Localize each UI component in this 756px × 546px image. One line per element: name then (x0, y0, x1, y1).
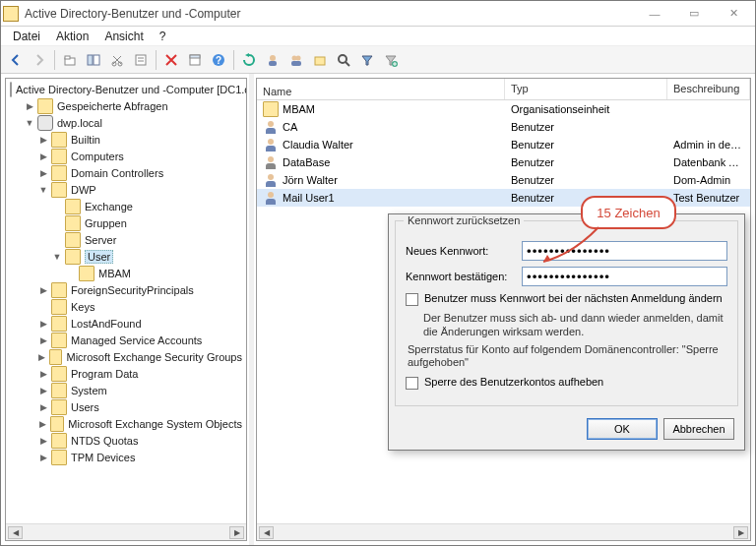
filter-button[interactable] (356, 49, 378, 71)
tree-item-label: Program Data (71, 368, 138, 380)
list-item[interactable]: CABenutzer (257, 118, 750, 136)
vertical-splitter[interactable] (249, 74, 254, 545)
chevron-down-icon[interactable]: ▼ (24, 117, 35, 129)
list-header: Name Typ Beschreibung (257, 79, 750, 100)
tree-scrollbar-horizontal[interactable]: ◀ ▶ (6, 523, 246, 540)
scroll-left-button[interactable]: ◀ (8, 526, 23, 539)
chevron-right-icon[interactable]: ▶ (37, 435, 49, 447)
new-user-button[interactable] (262, 49, 284, 71)
chevron-right-icon[interactable]: ▶ (37, 167, 49, 179)
scroll-left-button[interactable]: ◀ (259, 526, 274, 539)
tree-item[interactable]: ▶Domain Controllers (6, 164, 246, 181)
tree-item[interactable]: ▶Server (6, 231, 246, 248)
list-scrollbar-horizontal[interactable]: ◀ ▶ (257, 523, 750, 540)
tree[interactable]: Active Directory-Benutzer und -Computer … (6, 79, 246, 523)
scroll-right-button[interactable]: ▶ (733, 526, 748, 539)
up-level-button[interactable] (59, 49, 81, 71)
chevron-right-icon[interactable]: ▶ (37, 368, 49, 380)
nav-back-button[interactable] (5, 49, 27, 71)
chevron-right-icon[interactable]: ▶ (37, 284, 49, 296)
menu-datei[interactable]: Datei (5, 28, 48, 45)
tree-item[interactable]: ▶Gespeicherte Abfragen (6, 97, 246, 114)
chevron-right-icon[interactable]: ▶ (37, 351, 47, 363)
cancel-button[interactable]: Abbrechen (663, 418, 734, 440)
new-group-button[interactable] (285, 49, 307, 71)
scroll-right-button[interactable]: ▶ (229, 526, 244, 539)
tree-item[interactable]: ▶System (6, 382, 246, 398)
tree-item[interactable]: ▶TPM Devices (6, 449, 246, 465)
change-next-login-checkbox[interactable] (406, 293, 418, 306)
minimize-button[interactable]: — (635, 1, 674, 27)
close-button[interactable]: ✕ (714, 1, 753, 27)
tree-root[interactable]: Active Directory-Benutzer und -Computer … (6, 81, 246, 97)
chevron-down-icon[interactable]: ▼ (51, 251, 63, 263)
delete-button[interactable] (160, 49, 182, 71)
cut-button[interactable] (106, 49, 128, 71)
chevron-right-icon[interactable]: ▶ (37, 401, 49, 413)
list-item-desc: Test Benutzer (667, 192, 750, 204)
toolbar: ? (1, 46, 755, 74)
user-icon (263, 137, 279, 152)
chevron-right-icon[interactable]: ▶ (37, 318, 49, 330)
list-item-name: Mail User1 (283, 192, 335, 204)
new-ou-button[interactable] (309, 49, 331, 71)
nav-forward-button[interactable] (29, 49, 50, 71)
chevron-right-icon[interactable]: ▶ (24, 100, 35, 112)
list-item-desc: Datenbank Admin (667, 156, 750, 168)
add-criteria-button[interactable] (380, 49, 402, 71)
tree-item[interactable]: ▶ForeignSecurityPrincipals (6, 281, 246, 298)
tree-item[interactable]: ▶MBAM (6, 265, 246, 281)
menu-aktion[interactable]: Aktion (48, 28, 96, 45)
list-item[interactable]: Claudia WalterBenutzerAdmin in der Außer (257, 136, 750, 153)
help-button[interactable]: ? (208, 49, 229, 71)
chevron-right-icon[interactable]: ▶ (37, 134, 49, 146)
chevron-right-icon[interactable]: ▶ (37, 452, 49, 463)
list-item[interactable]: DataBaseBenutzerDatenbank Admin (257, 153, 750, 171)
unlock-account-checkbox[interactable] (406, 377, 418, 390)
tree-item[interactable]: ▶Managed Service Accounts (6, 332, 246, 348)
list-item[interactable]: MBAMOrganisationseinheit (257, 100, 750, 118)
menu-help[interactable]: ? (152, 28, 174, 45)
show-hide-tree-button[interactable] (83, 49, 104, 71)
chevron-right-icon[interactable]: ▶ (37, 151, 49, 162)
maximize-button[interactable]: ▭ (674, 1, 714, 27)
tree-item-label: Exchange (85, 201, 133, 212)
col-typ[interactable]: Typ (505, 79, 667, 99)
tree-item[interactable]: ▶Microsoft Exchange System Objects (6, 415, 246, 432)
folder-icon (51, 366, 67, 382)
new-password-label: Neues Kennwort: (406, 245, 522, 257)
tree-item[interactable]: ▶Microsoft Exchange Security Groups (6, 348, 246, 365)
refresh-button[interactable] (238, 49, 260, 71)
find-button[interactable] (333, 49, 354, 71)
tree-item[interactable]: ▶NTDS Quotas (6, 432, 246, 449)
tree-item[interactable]: ▶Program Data (6, 365, 246, 382)
col-name[interactable]: Name (257, 79, 505, 99)
properties-sheet-button[interactable] (184, 49, 206, 71)
tree-item[interactable]: ▶LostAndFound (6, 315, 246, 332)
chevron-down-icon[interactable]: ▼ (37, 184, 49, 196)
tree-item[interactable]: ▼dwp.local (6, 114, 246, 131)
tree-item[interactable]: ▶Builtin (6, 131, 246, 148)
chevron-right-icon[interactable]: ▶ (37, 385, 49, 396)
tree-item[interactable]: ▶Keys (6, 298, 246, 315)
list-item[interactable]: Jörn WalterBenutzerDom-Admin (257, 171, 750, 189)
menu-ansicht[interactable]: Ansicht (96, 28, 151, 45)
tree-item[interactable]: ▶Users (6, 398, 246, 415)
list-item-name: MBAM (283, 103, 315, 115)
tree-item[interactable]: ▶Gruppen (6, 214, 246, 231)
tree-item-label: Managed Service Accounts (71, 334, 202, 346)
tree-item[interactable]: ▼User (6, 248, 246, 265)
tree-item-label: Gespeicherte Abfragen (57, 100, 168, 112)
properties-button[interactable] (130, 49, 152, 71)
chevron-right-icon[interactable]: ▶ (37, 418, 48, 430)
tree-item[interactable]: ▶Exchange (6, 198, 246, 214)
folder-icon (51, 433, 67, 449)
confirm-password-input[interactable] (522, 267, 727, 286)
ok-button[interactable]: OK (587, 418, 658, 440)
list-item-name: Claudia Walter (283, 139, 353, 151)
tree-item[interactable]: ▼DWP (6, 181, 246, 198)
chevron-right-icon[interactable]: ▶ (37, 334, 49, 346)
tree-item[interactable]: ▶Computers (6, 148, 246, 164)
col-desc[interactable]: Beschreibung (667, 79, 750, 99)
list-item[interactable]: Mail User1BenutzerTest Benutzer (257, 189, 750, 207)
